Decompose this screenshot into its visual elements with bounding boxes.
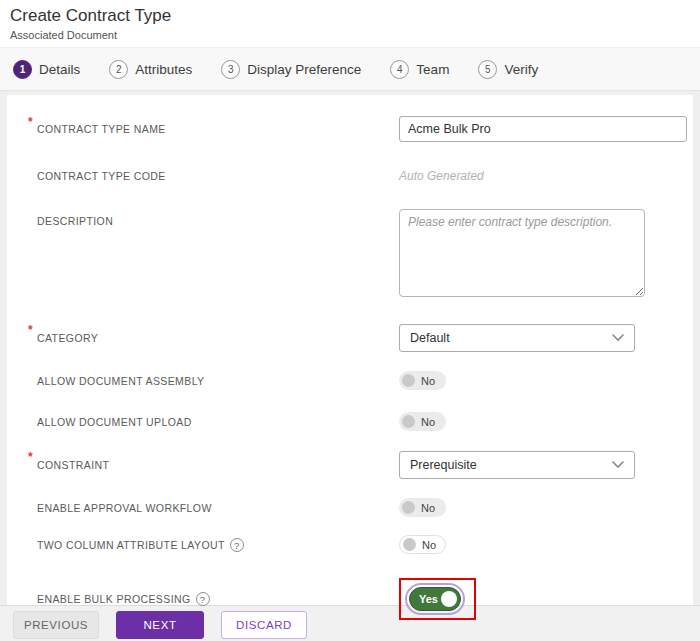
enable-bulk-processing-toggle[interactable]: Yes	[409, 587, 461, 611]
enable-bulk-processing-label-wrap: ENABLE BULK PROCESSING ?	[7, 578, 399, 620]
step-label: Team	[416, 62, 449, 77]
allow-document-assembly-label: ALLOW DOCUMENT ASSEMBLY	[37, 375, 205, 387]
toggle-state-label: No	[422, 539, 436, 551]
category-control: Default	[399, 324, 693, 352]
constraint-label-wrap: * CONSTRAINT	[7, 451, 399, 479]
category-label-wrap: * CATEGORY	[7, 324, 399, 352]
toggle-state-label: No	[421, 416, 435, 428]
toggle-knob	[402, 501, 415, 514]
description-control	[399, 209, 693, 301]
step-display-preference[interactable]: 3 Display Preference	[221, 60, 361, 79]
allow-document-upload-control: No	[399, 412, 693, 432]
step-number-badge: 2	[109, 60, 128, 79]
required-marker: *	[28, 323, 33, 337]
required-marker: *	[28, 450, 33, 464]
enable-approval-workflow-row: ENABLE APPROVAL WORKFLOW No	[7, 498, 693, 518]
constraint-label: CONSTRAINT	[37, 459, 109, 471]
enable-approval-workflow-label-wrap: ENABLE APPROVAL WORKFLOW	[7, 498, 399, 518]
contract-type-name-row: * CONTRACT TYPE NAME	[7, 116, 693, 142]
toggle-state-label: No	[421, 502, 435, 514]
help-icon[interactable]: ?	[230, 538, 244, 552]
step-attributes[interactable]: 2 Attributes	[109, 60, 192, 79]
step-details[interactable]: 1 Details	[13, 60, 80, 79]
allow-document-upload-toggle[interactable]: No	[399, 412, 446, 431]
page-header: Create Contract Type Associated Document	[0, 0, 700, 47]
description-label-wrap: DESCRIPTION	[7, 209, 399, 301]
step-team[interactable]: 4 Team	[390, 60, 449, 79]
enable-bulk-processing-row: ENABLE BULK PROCESSING ? Yes	[7, 578, 693, 620]
allow-document-assembly-control: No	[399, 371, 693, 391]
allow-document-upload-label-wrap: ALLOW DOCUMENT UPLOAD	[7, 412, 399, 432]
two-column-attribute-layout-label-wrap: TWO COLUMN ATTRIBUTE LAYOUT ?	[7, 535, 399, 555]
category-selected-value: Default	[410, 331, 450, 345]
two-column-attribute-layout-toggle[interactable]: No	[399, 535, 446, 554]
toggle-state-label: Yes	[419, 593, 438, 605]
required-marker: *	[28, 115, 33, 129]
toggle-knob	[402, 415, 415, 428]
toggle-knob	[402, 374, 415, 387]
toggle-state-label: No	[421, 375, 435, 387]
toggle-knob	[403, 538, 416, 551]
step-number-badge: 3	[221, 60, 240, 79]
constraint-select[interactable]: Prerequisite	[399, 451, 635, 479]
page-title: Create Contract Type	[10, 6, 700, 26]
contract-type-name-label-wrap: * CONTRACT TYPE NAME	[7, 116, 399, 142]
description-row: DESCRIPTION	[7, 209, 693, 301]
enable-approval-workflow-control: No	[399, 498, 693, 518]
red-highlight-box: Yes	[399, 578, 476, 620]
step-label: Attributes	[135, 62, 192, 77]
allow-document-assembly-toggle[interactable]: No	[399, 371, 446, 390]
allow-document-assembly-row: ALLOW DOCUMENT ASSEMBLY No	[7, 371, 693, 391]
chevron-down-icon	[612, 334, 624, 342]
two-column-attribute-layout-row: TWO COLUMN ATTRIBUTE LAYOUT ? No	[7, 535, 693, 555]
description-textarea[interactable]	[399, 209, 645, 297]
help-icon[interactable]: ?	[196, 592, 210, 606]
contract-type-name-label: CONTRACT TYPE NAME	[37, 123, 166, 135]
step-label: Verify	[504, 62, 538, 77]
enable-bulk-processing-label: ENABLE BULK PROCESSING	[37, 593, 191, 605]
details-form-card: * CONTRACT TYPE NAME CONTRACT TYPE CODE …	[7, 95, 693, 605]
category-label: CATEGORY	[37, 332, 98, 344]
step-number-badge: 5	[478, 60, 497, 79]
contract-type-name-input[interactable]	[399, 116, 687, 142]
toggle-focus-ring: Yes	[405, 583, 465, 615]
contract-type-code-label: CONTRACT TYPE CODE	[37, 170, 166, 182]
allow-document-upload-label: ALLOW DOCUMENT UPLOAD	[37, 416, 192, 428]
contract-type-code-value: Auto Generated	[399, 168, 687, 183]
constraint-control: Prerequisite	[399, 451, 693, 479]
contract-type-code-row: CONTRACT TYPE CODE Auto Generated	[7, 168, 693, 183]
enable-approval-workflow-toggle[interactable]: No	[399, 498, 446, 517]
enable-bulk-processing-control: Yes	[399, 578, 693, 620]
allow-document-assembly-label-wrap: ALLOW DOCUMENT ASSEMBLY	[7, 371, 399, 391]
step-verify[interactable]: 5 Verify	[478, 60, 538, 79]
contract-type-code-label-wrap: CONTRACT TYPE CODE	[7, 168, 399, 183]
category-select[interactable]: Default	[399, 324, 635, 352]
step-label: Display Preference	[247, 62, 361, 77]
page-subtitle: Associated Document	[10, 29, 700, 41]
constraint-row: * CONSTRAINT Prerequisite	[7, 451, 693, 479]
allow-document-upload-row: ALLOW DOCUMENT UPLOAD No	[7, 412, 693, 432]
toggle-knob	[441, 591, 457, 607]
page-body: * CONTRACT TYPE NAME CONTRACT TYPE CODE …	[0, 91, 700, 605]
step-number-badge: 1	[13, 60, 32, 79]
contract-type-name-control	[399, 116, 693, 142]
wizard-stepper: 1 Details 2 Attributes 3 Display Prefere…	[0, 47, 700, 91]
step-number-badge: 4	[390, 60, 409, 79]
category-row: * CATEGORY Default	[7, 324, 693, 352]
two-column-attribute-layout-control: No	[399, 535, 693, 555]
two-column-attribute-layout-label: TWO COLUMN ATTRIBUTE LAYOUT	[37, 539, 225, 551]
step-label: Details	[39, 62, 80, 77]
chevron-down-icon	[612, 461, 624, 469]
enable-approval-workflow-label: ENABLE APPROVAL WORKFLOW	[37, 502, 212, 514]
contract-type-code-control: Auto Generated	[399, 168, 693, 183]
description-label: DESCRIPTION	[37, 215, 113, 227]
constraint-selected-value: Prerequisite	[410, 458, 477, 472]
